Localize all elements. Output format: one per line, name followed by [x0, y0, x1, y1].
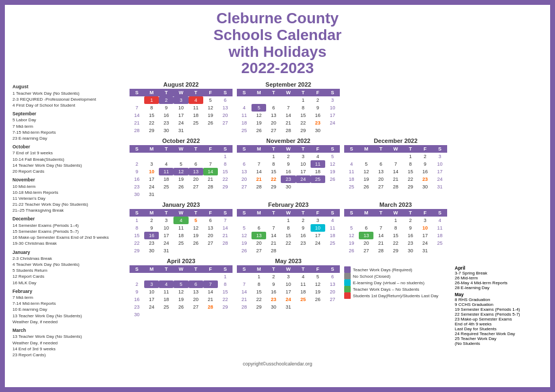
left-sidebar: August 1 Teacher Work Day (No Students) …	[12, 81, 126, 358]
right-sidebar: April 3-7 Spring Break 26 Mid-term 26-Ma…	[450, 81, 543, 358]
legend-box-gray	[344, 273, 351, 279]
cal-title-september: September 2022	[237, 81, 340, 88]
month-february: February	[12, 288, 122, 295]
legend-box-red	[344, 292, 351, 299]
legend-box-purple	[344, 266, 351, 273]
legend-teacher-nostudents: Teacher Work Days – No Students	[344, 286, 447, 292]
calendar-may: May 2023 SMTWTFS 123456 78910111213 1415…	[237, 258, 340, 318]
calendar-december: December 2022 SMTWTFS 123 45678910 11121…	[344, 138, 447, 198]
calendar-november: November 2022 SMTWTFS 12345 6789101112 1…	[237, 138, 340, 198]
title-line3: with Holidays	[12, 44, 543, 61]
calendar-august: August 2022 S M T W T F S	[130, 81, 233, 134]
empty-col1	[344, 81, 447, 134]
calendar-row-2: October 2022 SMTWTFS 1 2345678 910111213…	[130, 138, 447, 198]
title-line4: 2022-2023	[12, 60, 543, 77]
april-may-notes: April 3-7 Spring Break 26 Mid-term 26-Ma…	[455, 265, 543, 346]
cal-title-august: August 2022	[130, 81, 233, 88]
calendar-september: September 2022 SMTWTFS 123	[237, 81, 340, 134]
month-september: September	[12, 110, 122, 117]
calendar-row-1: August 2022 S M T W T F S	[130, 81, 447, 134]
title-block: Cleburne County Schools Calendar with Ho…	[12, 10, 543, 77]
month-january: January	[12, 249, 122, 256]
calendar-row-3: January 2023 SMTWTFS 1234567 89101112131…	[130, 201, 447, 254]
legend-first-last: Students 1st Day(Return)/Students Last D…	[344, 292, 447, 299]
month-march: March	[12, 327, 122, 334]
title-line2: Schools Calendar	[12, 27, 543, 44]
calendar-october: October 2022 SMTWTFS 1 2345678 910111213…	[130, 138, 233, 198]
legend-block: Teacher Work Days (Required) No School (…	[344, 258, 447, 318]
legend-no-school: No School (Closed)	[344, 273, 447, 279]
calendar-march: March 2023 SMTWTFS 1234 567891011 121314…	[344, 201, 447, 254]
month-december: December	[12, 215, 122, 222]
title-line1: Cleburne County	[12, 10, 543, 27]
month-august: August	[12, 83, 122, 90]
calendar-row-4: April 2023 SMTWTFS 1 2345678 91011121314…	[130, 258, 447, 318]
legend-box-green	[344, 286, 351, 292]
calendar-january: January 2023 SMTWTFS 1234567 89101112131…	[130, 201, 233, 254]
calendar-april: April 2023 SMTWTFS 1 2345678 91011121314…	[130, 258, 233, 318]
legend-box-cyan	[344, 279, 351, 286]
month-october: October	[12, 143, 122, 150]
legend-elearning: E-learning Day (virtual – no students)	[344, 279, 447, 286]
legend-teacher-required: Teacher Work Days (Required)	[344, 266, 447, 273]
copyright: copyright©usschoolcalendar.org	[12, 361, 543, 367]
month-november: November	[12, 177, 122, 183]
calendar-february: February 2023 SMTWTFS 1234 567891011 121…	[237, 201, 340, 254]
